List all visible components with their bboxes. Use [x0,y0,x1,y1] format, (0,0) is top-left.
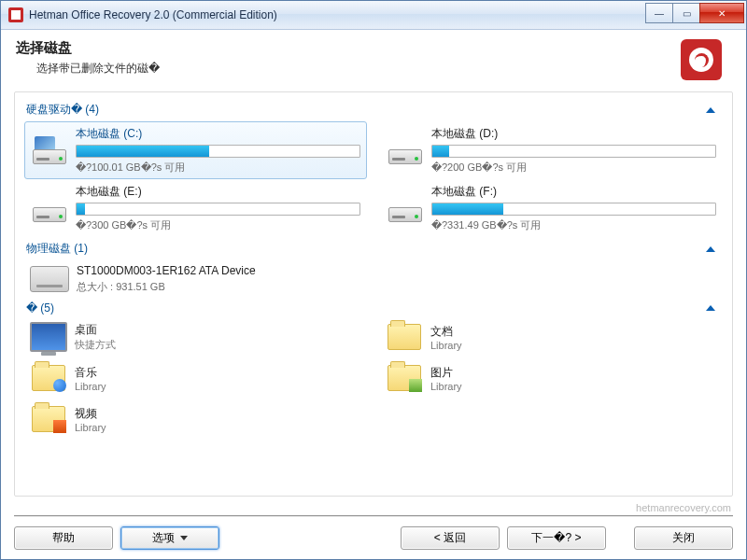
usage-bar [431,145,716,158]
app-icon [8,7,23,22]
wizard-header: 选择磁盘 选择带已删除文件的磁� [1,30,746,88]
drive-icon [31,194,68,222]
location-sub: Library [430,340,462,351]
folder-icon [388,365,421,391]
maximize-button[interactable]: ▭ [672,3,700,23]
section-locations-label: � (5) [26,301,706,315]
page-subtitle: 选择带已删除文件的磁� [16,61,681,77]
location-name: 文档 [430,324,462,340]
section-drives[interactable]: 硬盘驱动� (4) [24,98,723,121]
close-window-button[interactable]: ✕ [699,3,744,23]
app-window: Hetman Office Recovery 2.0 (Commercial E… [0,0,747,560]
chevron-down-icon [180,536,188,540]
location-item[interactable]: 桌面快捷方式 [24,318,367,356]
brand-link[interactable]: hetmanrecovery.com [14,502,733,515]
drive-item[interactable]: 本地磁盘 (E:)�?300 GB�?s 可用 [24,179,367,237]
wizard-footer: hetmanrecovery.com 帮助 选项 < 返回 下一�? > 关闭 [14,497,733,559]
options-button[interactable]: 选项 [120,526,219,550]
usage-bar [431,203,716,216]
help-button[interactable]: 帮助 [14,526,113,550]
location-name: 视频 [75,406,106,422]
drive-item[interactable]: 本地磁盘 (C:)�?100.01 GB�?s 可用 [24,121,367,179]
folder-icon [32,365,65,391]
physical-disk-name: ST1000DM003-1ER162 ATA Device [77,264,717,277]
location-name: 图片 [430,365,462,381]
chevron-up-icon [706,246,715,252]
section-physical-label: 物理磁盘 (1) [26,241,706,257]
drive-free: �?300 GB�?s 可用 [76,218,360,232]
close-button[interactable]: 关闭 [634,526,733,550]
drive-name: 本地磁盘 (F:) [431,184,716,200]
location-item[interactable]: 音乐Library [24,359,367,397]
location-sub: Library [75,422,106,433]
disk-list-panel: 硬盘驱动� (4) 本地磁盘 (C:)�?100.01 GB�?s 可用本地磁盘… [14,91,733,497]
section-physical[interactable]: 物理磁盘 (1) [24,237,723,260]
drive-free: �?200 GB�?s 可用 [431,161,716,175]
drive-free: �?100.01 GB�?s 可用 [76,161,360,175]
location-item[interactable]: 视频Library [24,400,367,438]
location-item[interactable]: 图片Library [380,359,723,397]
drive-name: 本地磁盘 (D:) [431,126,716,142]
next-button[interactable]: 下一�? > [507,526,606,550]
drive-icon [387,194,424,222]
location-sub: 快捷方式 [75,338,116,352]
window-controls: — ▭ ✕ [646,3,744,21]
usage-bar [76,203,360,216]
folder-icon [388,324,421,350]
chevron-up-icon [706,305,715,311]
page-title: 选择磁盘 [16,39,681,57]
location-sub: Library [75,381,106,392]
drive-icon [387,136,424,164]
drive-name: 本地磁盘 (E:) [76,184,360,200]
drive-free: �?331.49 GB�?s 可用 [431,218,716,232]
desktop-icon [30,322,67,352]
folder-icon [32,406,65,432]
section-drives-label: 硬盘驱动� (4) [26,102,706,118]
physical-disk-size: 总大小 : 931.51 GB [77,280,717,294]
drive-item[interactable]: 本地磁盘 (F:)�?331.49 GB�?s 可用 [380,179,723,237]
hdd-icon [30,266,69,292]
chevron-up-icon [706,107,715,113]
location-item[interactable]: 文档Library [380,318,723,356]
titlebar[interactable]: Hetman Office Recovery 2.0 (Commercial E… [1,1,746,30]
drive-name: 本地磁盘 (C:) [76,126,360,142]
product-icon [681,39,722,80]
location-sub: Library [430,381,462,392]
minimize-button[interactable]: — [645,3,673,23]
back-button[interactable]: < 返回 [401,526,500,550]
window-title: Hetman Office Recovery 2.0 (Commercial E… [29,8,646,21]
physical-disk-item[interactable]: ST1000DM003-1ER162 ATA Device 总大小 : 931.… [24,260,723,298]
usage-bar [76,145,360,158]
location-name: 音乐 [75,365,106,381]
drive-item[interactable]: 本地磁盘 (D:)�?200 GB�?s 可用 [380,121,723,179]
location-name: 桌面 [75,322,116,338]
section-locations[interactable]: � (5) [24,298,723,318]
drive-icon [31,136,68,164]
